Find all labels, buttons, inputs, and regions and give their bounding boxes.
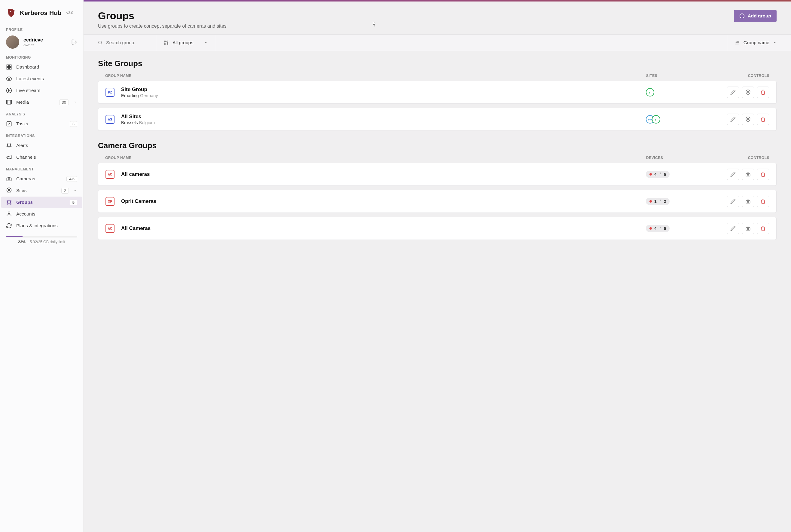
camera-button[interactable] [742, 223, 754, 234]
badge: 30 [59, 99, 69, 105]
camera-group-row[interactable]: OP Oprit Cameras 1/2 [98, 190, 776, 213]
status-dot-icon [650, 200, 652, 203]
pin-icon [745, 90, 751, 95]
svg-rect-2 [9, 65, 12, 67]
edit-button[interactable] [727, 223, 739, 234]
sidebar-item-label: Latest events [16, 76, 44, 81]
section-profile: PROFILE [0, 23, 83, 34]
sort-label: Group name [744, 40, 769, 45]
search-cell[interactable] [83, 35, 156, 51]
sidebar-item-label: Sites [16, 188, 26, 193]
group-filter-dropdown[interactable]: All groups [156, 35, 215, 51]
svg-point-22 [8, 212, 10, 214]
groups-icon [163, 40, 169, 45]
camera-groups-title: Camera Groups [98, 141, 776, 150]
svg-point-41 [748, 174, 749, 175]
sidebar-item-label: Media [16, 99, 29, 105]
delete-button[interactable] [757, 169, 769, 180]
delete-button[interactable] [757, 87, 769, 98]
camera-groups-section: Camera Groups GROUP NAME DEVICES CONTROL… [98, 141, 776, 240]
svg-point-40 [748, 118, 749, 120]
sidebar-item-label: Accounts [16, 211, 36, 217]
bell-icon [6, 142, 12, 149]
site-group-row[interactable]: AS All Sites Brussels Belgium VMTI [98, 108, 776, 131]
edit-button[interactable] [727, 196, 739, 207]
location-button[interactable] [742, 114, 754, 125]
sidebar-item-latest-events[interactable]: Latest events [0, 73, 83, 84]
sidebar-item-tasks[interactable]: Tasks 3 [0, 118, 83, 130]
camera-button[interactable] [742, 169, 754, 180]
main: Groups Use groups to create concept sepa… [83, 0, 791, 532]
group-name: All cameras [121, 171, 646, 177]
section-integrations: INTEGRATIONS [0, 130, 83, 140]
svg-point-0 [9, 11, 11, 12]
camera-icon [6, 176, 12, 182]
devices-cell: 1/2 [646, 198, 718, 205]
sidebar-item-media[interactable]: Media 30 [0, 96, 83, 108]
sidebar-item-groups[interactable]: Groups 5 [1, 196, 82, 208]
delete-button[interactable] [757, 223, 769, 234]
col-group-name: GROUP NAME [105, 74, 646, 78]
search-icon [98, 40, 102, 45]
svg-point-43 [748, 228, 749, 230]
dashboard-icon [6, 64, 12, 70]
sidebar-item-channels[interactable]: Channels [0, 151, 83, 163]
edit-button[interactable] [727, 169, 739, 180]
trash-icon [760, 90, 766, 95]
group-tag: AC [105, 170, 115, 179]
svg-line-27 [101, 43, 102, 44]
filters-bar: All groups Group name [83, 34, 791, 51]
sort-icon [734, 40, 740, 45]
sidebar-item-cameras[interactable]: Cameras 4/6 [0, 173, 83, 185]
sidebar-item-accounts[interactable]: Accounts [0, 208, 83, 220]
site-group-row[interactable]: PZ Site Group Erharting Germany TI [98, 81, 776, 104]
trash-icon [760, 172, 766, 177]
sidebar-item-alerts[interactable]: Alerts [0, 140, 83, 151]
badge: 5 [70, 200, 77, 205]
sidebar-item-label: Tasks [16, 121, 28, 127]
profile-name: cedricve [23, 37, 67, 43]
group-name: Site Group [121, 87, 646, 93]
group-filter-label: All groups [173, 40, 193, 45]
badge: 4/6 [66, 176, 77, 182]
add-group-button[interactable]: Add group [734, 10, 776, 22]
check-square-icon [6, 121, 12, 127]
svg-rect-4 [9, 68, 12, 70]
svg-point-26 [99, 41, 101, 44]
col-sites: SITES [646, 74, 718, 78]
camera-group-row[interactable]: AC All cameras 4/6 [98, 163, 776, 186]
brand-name: Kerberos Hub [20, 9, 62, 17]
devices-cell: 4/6 [646, 171, 718, 178]
site-badge: TI [646, 88, 654, 96]
pencil-icon [730, 226, 736, 231]
group-name: Oprit Cameras [121, 198, 646, 204]
logout-icon[interactable] [71, 39, 77, 45]
group-tag: PZ [105, 88, 115, 97]
refresh-icon [6, 223, 12, 229]
camera-button[interactable] [742, 196, 754, 207]
profile-block: cedricve owner [0, 34, 83, 51]
sidebar-item-sites[interactable]: Sites 2 [0, 185, 83, 196]
camera-group-row[interactable]: AC All Cameras 4/6 [98, 217, 776, 240]
site-groups-section: Site Groups GROUP NAME SITES CONTROLS PZ… [98, 59, 776, 131]
device-pill: 4/6 [646, 225, 670, 232]
sort-dropdown[interactable]: Group name [727, 35, 791, 51]
sidebar-item-plans[interactable]: Plans & integrations [0, 220, 83, 231]
site-badge: TI [652, 115, 660, 124]
location-button[interactable] [742, 87, 754, 98]
edit-button[interactable] [727, 114, 739, 125]
avatar[interactable] [6, 36, 19, 49]
plus-circle-icon [739, 13, 745, 19]
delete-button[interactable] [757, 114, 769, 125]
brand-version: v3.0 [66, 11, 73, 15]
edit-button[interactable] [727, 87, 739, 98]
sidebar-item-dashboard[interactable]: Dashboard [0, 61, 83, 73]
sidebar-item-live-stream[interactable]: Live stream [0, 85, 83, 96]
sidebar-item-label: Groups [16, 200, 33, 205]
col-controls: CONTROLS [718, 156, 769, 160]
search-input[interactable] [106, 40, 149, 45]
delete-button[interactable] [757, 196, 769, 207]
sites-cell: VMTI [646, 115, 718, 124]
svg-rect-15 [10, 200, 11, 201]
filter-spacer [215, 35, 727, 51]
